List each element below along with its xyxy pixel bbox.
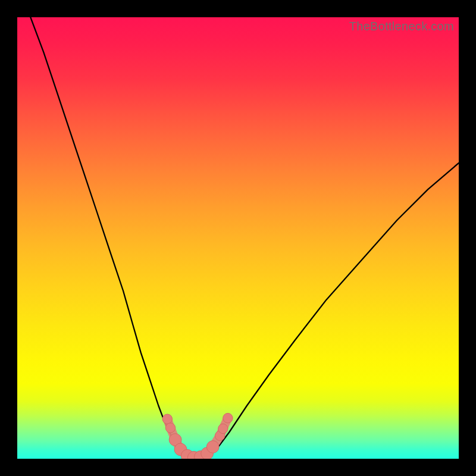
bead-point (206, 441, 219, 453)
bead-point (223, 414, 233, 423)
watermark-text: TheBottleneck.com (349, 20, 454, 33)
bead-point (162, 414, 172, 424)
bottleneck-curve (30, 17, 459, 458)
chart-frame: TheBottleneck.com (0, 0, 476, 476)
chart-curves (17, 17, 459, 459)
plot-area: TheBottleneck.com (17, 17, 459, 459)
bead-point (218, 424, 228, 433)
bead-point (165, 423, 175, 433)
